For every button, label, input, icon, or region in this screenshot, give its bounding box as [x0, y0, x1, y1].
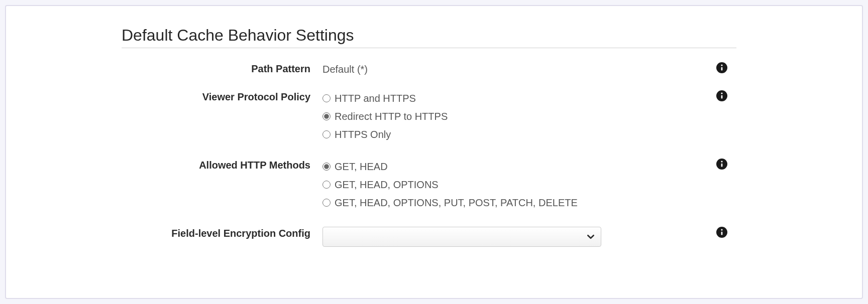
label-viewer-protocol-policy: Viewer Protocol Policy [122, 90, 322, 103]
radio-input-redirect-http-to-https[interactable] [322, 112, 331, 120]
radio-input-https-only[interactable] [322, 130, 331, 138]
row-viewer-protocol-policy: Viewer Protocol Policy HTTP and HTTPS Re… [122, 90, 736, 144]
radio-get-head-options[interactable]: GET, HEAD, OPTIONS [322, 177, 716, 193]
svg-point-8 [721, 161, 722, 162]
section-title: Default Cache Behavior Settings [122, 26, 736, 48]
radio-input-all-methods[interactable] [322, 199, 331, 207]
row-field-level-encryption: Field-level Encryption Config [122, 227, 736, 247]
label-allowed-http-methods: Allowed HTTP Methods [122, 159, 322, 171]
radio-https-only[interactable]: HTTPS Only [322, 126, 716, 142]
radio-get-head[interactable]: GET, HEAD [322, 159, 716, 175]
radio-label: GET, HEAD, OPTIONS, PUT, POST, PATCH, DE… [335, 195, 578, 211]
radio-get-head-options-put-post-patch-delete[interactable]: GET, HEAD, OPTIONS, PUT, POST, PATCH, DE… [322, 195, 716, 211]
radio-input-get-head[interactable] [322, 163, 331, 171]
radio-label: GET, HEAD [335, 159, 388, 175]
radio-label: HTTPS Only [335, 126, 391, 142]
row-allowed-http-methods: Allowed HTTP Methods GET, HEAD GET, HEAD… [122, 159, 736, 213]
radio-label: HTTP and HTTPS [335, 90, 416, 106]
settings-form: Path Pattern Default (*) Viewer Protocol… [122, 62, 736, 247]
row-path-pattern: Path Pattern Default (*) [122, 62, 736, 76]
info-icon[interactable] [716, 90, 727, 101]
radio-label: GET, HEAD, OPTIONS [335, 177, 439, 193]
info-icon[interactable] [716, 159, 727, 170]
radio-http-and-https[interactable]: HTTP and HTTPS [322, 90, 716, 106]
radio-redirect-http-to-https[interactable]: Redirect HTTP to HTTPS [322, 108, 716, 124]
svg-rect-4 [721, 95, 723, 99]
settings-panel: Default Cache Behavior Settings Path Pat… [5, 5, 863, 299]
label-field-level-encryption: Field-level Encryption Config [122, 227, 322, 239]
svg-rect-10 [721, 232, 723, 235]
radio-label: Redirect HTTP to HTTPS [335, 108, 448, 124]
select-display[interactable] [322, 227, 601, 247]
label-path-pattern: Path Pattern [122, 62, 322, 75]
value-path-pattern: Default (*) [322, 62, 716, 76]
info-icon[interactable] [716, 227, 727, 238]
svg-rect-7 [721, 164, 723, 167]
svg-point-2 [721, 64, 722, 66]
radio-input-http-and-https[interactable] [322, 94, 331, 102]
info-icon[interactable] [716, 62, 727, 73]
svg-point-11 [721, 229, 722, 230]
field-level-encryption-select[interactable] [322, 227, 601, 247]
svg-rect-1 [721, 67, 723, 71]
radio-input-get-head-options[interactable] [322, 181, 331, 189]
svg-point-5 [721, 92, 722, 94]
